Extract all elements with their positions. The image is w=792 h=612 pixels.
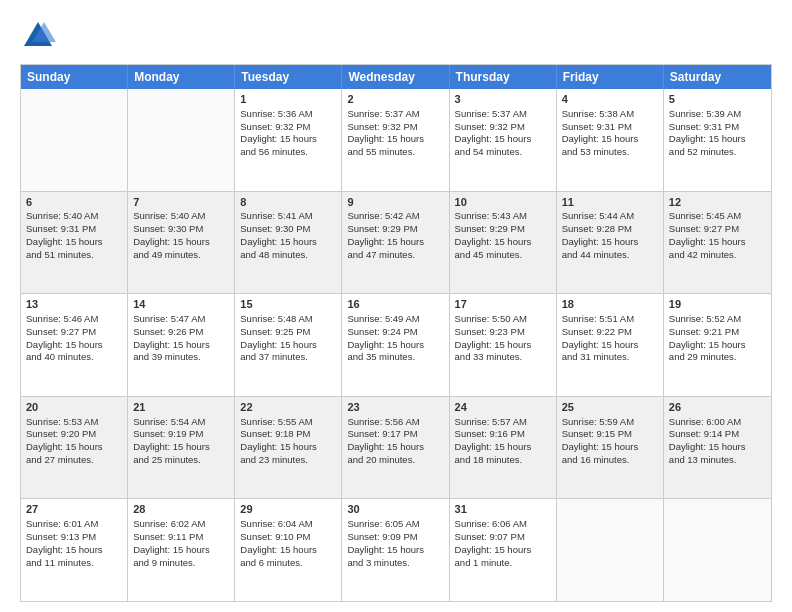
day-cell-28: 28Sunrise: 6:02 AMSunset: 9:11 PMDayligh… [128,499,235,601]
weekday-header-sunday: Sunday [21,65,128,89]
day-cell-21: 21Sunrise: 5:54 AMSunset: 9:19 PMDayligh… [128,397,235,499]
day-info-line: Daylight: 15 hours [669,339,766,352]
weekday-header-tuesday: Tuesday [235,65,342,89]
day-cell-12: 12Sunrise: 5:45 AMSunset: 9:27 PMDayligh… [664,192,771,294]
day-info-line: Daylight: 15 hours [240,339,336,352]
day-number: 30 [347,502,443,517]
day-number: 8 [240,195,336,210]
day-info-line: Sunset: 9:21 PM [669,326,766,339]
day-info-line: and 13 minutes. [669,454,766,467]
day-cell-10: 10Sunrise: 5:43 AMSunset: 9:29 PMDayligh… [450,192,557,294]
day-info-line: Sunrise: 5:52 AM [669,313,766,326]
day-info-line: Daylight: 15 hours [455,441,551,454]
day-number: 3 [455,92,551,107]
day-cell-6: 6Sunrise: 5:40 AMSunset: 9:31 PMDaylight… [21,192,128,294]
day-info-line: Sunrise: 6:00 AM [669,416,766,429]
day-info-line: Sunrise: 5:56 AM [347,416,443,429]
day-info-line: and 11 minutes. [26,557,122,570]
day-info-line: and 47 minutes. [347,249,443,262]
day-info-line: Sunset: 9:18 PM [240,428,336,441]
day-info-line: Sunrise: 5:53 AM [26,416,122,429]
day-info-line: and 1 minute. [455,557,551,570]
day-info-line: Sunrise: 5:48 AM [240,313,336,326]
day-cell-15: 15Sunrise: 5:48 AMSunset: 9:25 PMDayligh… [235,294,342,396]
day-info-line: Sunrise: 5:51 AM [562,313,658,326]
day-cell-26: 26Sunrise: 6:00 AMSunset: 9:14 PMDayligh… [664,397,771,499]
day-info-line: and 44 minutes. [562,249,658,262]
day-info-line: Sunset: 9:10 PM [240,531,336,544]
day-number: 1 [240,92,336,107]
day-info-line: Daylight: 15 hours [240,441,336,454]
weekday-header-saturday: Saturday [664,65,771,89]
day-info-line: Daylight: 15 hours [347,339,443,352]
day-info-line: Sunset: 9:17 PM [347,428,443,441]
day-info-line: Daylight: 15 hours [347,441,443,454]
day-info-line: Sunrise: 6:05 AM [347,518,443,531]
day-number: 6 [26,195,122,210]
day-info-line: Daylight: 15 hours [562,236,658,249]
day-info-line: and 40 minutes. [26,351,122,364]
day-info-line: Sunrise: 5:37 AM [347,108,443,121]
day-info-line: Sunset: 9:09 PM [347,531,443,544]
day-info-line: Daylight: 15 hours [133,441,229,454]
day-number: 20 [26,400,122,415]
header [20,18,772,54]
day-info-line: Sunrise: 5:57 AM [455,416,551,429]
day-info-line: and 39 minutes. [133,351,229,364]
day-info-line: Daylight: 15 hours [240,133,336,146]
day-info-line: Sunrise: 5:54 AM [133,416,229,429]
day-info-line: Sunset: 9:27 PM [669,223,766,236]
day-info-line: and 31 minutes. [562,351,658,364]
empty-cell [664,499,771,601]
day-info-line: Sunrise: 5:42 AM [347,210,443,223]
day-info-line: Daylight: 15 hours [347,544,443,557]
day-cell-27: 27Sunrise: 6:01 AMSunset: 9:13 PMDayligh… [21,499,128,601]
day-info-line: Sunset: 9:29 PM [455,223,551,236]
weekday-header-wednesday: Wednesday [342,65,449,89]
day-info-line: Daylight: 15 hours [347,133,443,146]
day-info-line: and 25 minutes. [133,454,229,467]
day-info-line: and 35 minutes. [347,351,443,364]
empty-cell [128,89,235,191]
day-info-line: Sunrise: 5:39 AM [669,108,766,121]
day-info-line: Sunrise: 5:44 AM [562,210,658,223]
day-info-line: and 20 minutes. [347,454,443,467]
day-info-line: Sunset: 9:30 PM [133,223,229,236]
day-info-line: Sunrise: 5:41 AM [240,210,336,223]
day-info-line: Sunset: 9:16 PM [455,428,551,441]
day-info-line: Sunrise: 5:38 AM [562,108,658,121]
day-info-line: Sunrise: 5:37 AM [455,108,551,121]
weekday-header-monday: Monday [128,65,235,89]
day-info-line: Sunset: 9:31 PM [562,121,658,134]
day-number: 18 [562,297,658,312]
day-info-line: Sunrise: 5:40 AM [133,210,229,223]
day-info-line: Sunrise: 5:43 AM [455,210,551,223]
empty-cell [21,89,128,191]
day-info-line: Daylight: 15 hours [347,236,443,249]
day-info-line: Sunrise: 5:59 AM [562,416,658,429]
day-cell-4: 4Sunrise: 5:38 AMSunset: 9:31 PMDaylight… [557,89,664,191]
calendar-header: SundayMondayTuesdayWednesdayThursdayFrid… [21,65,771,89]
day-number: 29 [240,502,336,517]
day-info-line: Sunset: 9:32 PM [240,121,336,134]
day-info-line: and 54 minutes. [455,146,551,159]
day-info-line: and 42 minutes. [669,249,766,262]
calendar-row: 20Sunrise: 5:53 AMSunset: 9:20 PMDayligh… [21,397,771,500]
day-number: 7 [133,195,229,210]
day-info-line: Daylight: 15 hours [669,441,766,454]
day-info-line: Sunset: 9:32 PM [455,121,551,134]
day-cell-29: 29Sunrise: 6:04 AMSunset: 9:10 PMDayligh… [235,499,342,601]
day-info-line: Daylight: 15 hours [240,544,336,557]
day-number: 15 [240,297,336,312]
day-number: 16 [347,297,443,312]
day-number: 27 [26,502,122,517]
day-info-line: Sunset: 9:07 PM [455,531,551,544]
logo [20,18,60,54]
day-cell-18: 18Sunrise: 5:51 AMSunset: 9:22 PMDayligh… [557,294,664,396]
day-info-line: Daylight: 15 hours [562,339,658,352]
day-cell-5: 5Sunrise: 5:39 AMSunset: 9:31 PMDaylight… [664,89,771,191]
day-info-line: Sunset: 9:27 PM [26,326,122,339]
day-cell-22: 22Sunrise: 5:55 AMSunset: 9:18 PMDayligh… [235,397,342,499]
day-info-line: Sunrise: 5:46 AM [26,313,122,326]
day-info-line: and 27 minutes. [26,454,122,467]
